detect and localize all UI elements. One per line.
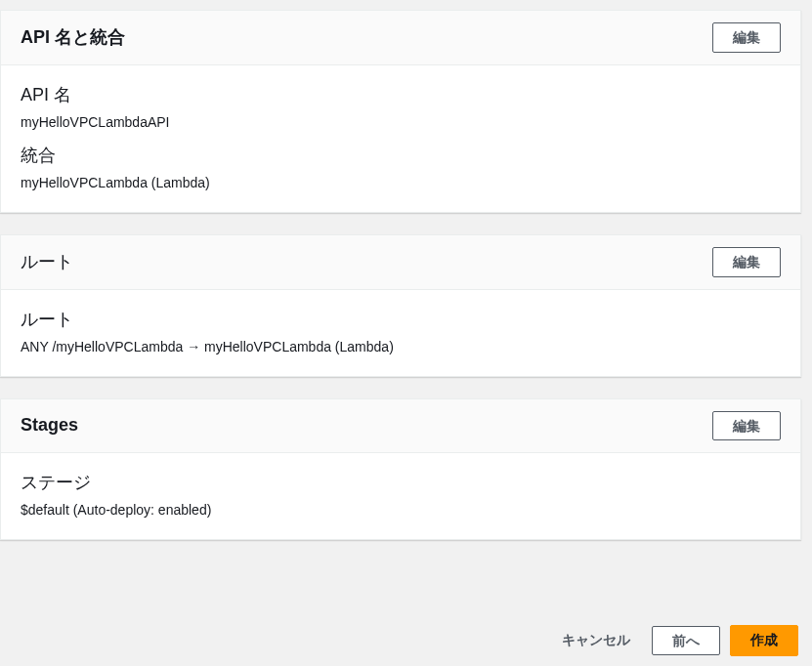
panel-header-routes: ルート 編集 — [1, 235, 800, 290]
panel-title-api: API 名と統合 — [21, 25, 125, 49]
create-button[interactable]: 作成 — [730, 625, 798, 656]
value-integration: myHelloVPCLambda (Lambda) — [21, 175, 781, 190]
panel-api-name-integration: API 名と統合 編集 API 名 myHelloVPCLambdaAPI 統合… — [0, 10, 801, 213]
panel-body-stages: ステージ $default (Auto-deploy: enabled) — [1, 453, 800, 539]
label-route: ルート — [21, 308, 781, 331]
field-route: ルート ANY /myHelloVPCLambda → myHelloVPCLa… — [21, 308, 781, 354]
field-integration: 統合 myHelloVPCLambda (Lambda) — [21, 144, 781, 190]
cancel-button[interactable]: キャンセル — [550, 626, 642, 655]
panel-body-routes: ルート ANY /myHelloVPCLambda → myHelloVPCLa… — [1, 290, 800, 376]
wizard-footer: キャンセル 前へ 作成 — [0, 611, 812, 666]
label-api-name: API 名 — [21, 83, 781, 106]
value-route: ANY /myHelloVPCLambda → myHelloVPCLambda… — [21, 339, 781, 354]
field-stage: ステージ $default (Auto-deploy: enabled) — [21, 471, 781, 518]
value-api-name: myHelloVPCLambdaAPI — [21, 114, 781, 130]
panel-header-api: API 名と統合 編集 — [1, 11, 800, 65]
panel-title-stages: Stages — [21, 415, 78, 436]
label-stage: ステージ — [21, 471, 781, 494]
edit-button-api[interactable]: 編集 — [712, 22, 781, 53]
panel-header-stages: Stages 編集 — [1, 399, 800, 454]
label-integration: 統合 — [21, 144, 781, 167]
panel-routes: ルート 編集 ルート ANY /myHelloVPCLambda → myHel… — [0, 234, 801, 377]
previous-button[interactable]: 前へ — [652, 626, 720, 656]
panel-title-routes: ルート — [21, 250, 73, 273]
panel-stages: Stages 編集 ステージ $default (Auto-deploy: en… — [0, 398, 801, 541]
panel-body-api: API 名 myHelloVPCLambdaAPI 統合 myHelloVPCL… — [1, 65, 800, 212]
value-stage: $default (Auto-deploy: enabled) — [21, 502, 781, 518]
field-api-name: API 名 myHelloVPCLambdaAPI — [21, 83, 781, 130]
edit-button-stages[interactable]: 編集 — [712, 411, 781, 441]
edit-button-routes[interactable]: 編集 — [712, 247, 781, 277]
